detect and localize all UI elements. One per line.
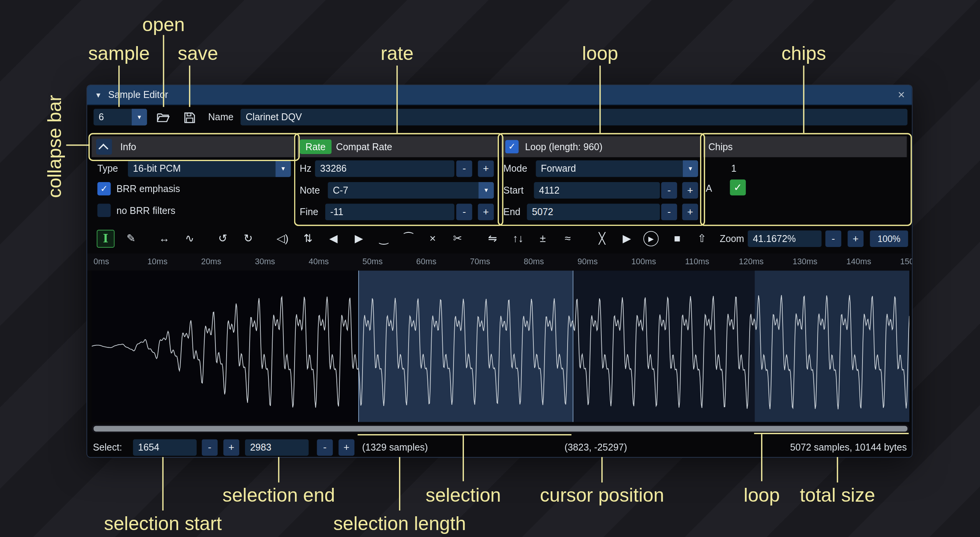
chip-enable-checkbox[interactable]: ✓ [730,179,746,195]
preview-sample-button[interactable]: ▶ [618,230,636,247]
annotation-line-loop [599,66,601,133]
selection-length-text: (1329 samples) [362,439,428,456]
resample-button[interactable]: ∿ [181,230,199,247]
reverse-icon: ⇋ [488,232,497,244]
annotation-line-cursor-position [601,457,603,482]
annotation-loop: loop [582,43,618,64]
timeline-ruler: 0ms10ms20ms30ms40ms50ms60ms70ms80ms90ms1… [87,254,912,271]
selection-end-minus-button[interactable]: - [317,439,333,456]
waveform-display[interactable] [92,270,909,422]
loop-start-label: Start [503,182,524,199]
edit-mode-select-icon: I [103,232,108,245]
loop-end-minus-button[interactable]: - [661,204,677,220]
preview-loop-icon: ▶ [648,235,654,242]
trim-button[interactable]: ✂ [449,230,466,247]
annotation-open: open [142,14,185,35]
annotation-sample: sample [88,43,150,64]
loop-enable-checkbox[interactable]: ✓ [505,140,519,154]
note-label: Note [300,182,320,199]
resize-button[interactable]: ↔ [155,230,173,247]
zoom-input[interactable]: 41.1672% [748,230,821,247]
redo-button[interactable]: ↻ [239,230,257,247]
annotation-line-selection [463,435,464,481]
ruler-label: 120ms [739,257,764,266]
chips-header: Chips [703,136,907,157]
hz-minus-button[interactable]: - [456,161,472,177]
annotation-line-selection-start [162,457,164,510]
selection-start-input[interactable]: 1654 [133,439,197,456]
save-floppy-icon [184,112,195,123]
selection-end-input[interactable]: 2983 [245,439,309,456]
fade-out-icon: ▶ [355,232,363,244]
type-selector[interactable]: 16-bit PCM ▼ [128,161,291,177]
normalize-icon: ⇅ [303,232,313,244]
crossfade-loop-button[interactable]: ╳ [593,230,611,247]
apply-silence-button[interactable]: ⁀ [400,230,417,247]
apply-filter-button[interactable]: ≈ [559,230,576,247]
selection-start-minus-button[interactable]: - [202,439,217,456]
waveform-scrollbar[interactable] [92,424,909,433]
delete-icon: × [430,232,436,244]
zoom-minus-button[interactable]: - [825,230,841,247]
selection-start-plus-button[interactable]: + [223,439,239,456]
signed-unsigned-button[interactable]: ± [534,230,551,247]
loop-mode-selector[interactable]: Forward ▼ [536,161,698,177]
edit-mode-draw-button[interactable]: ✎ [122,230,140,247]
normalize-button[interactable]: ⇅ [299,230,317,247]
loop-end-input[interactable]: 5072 [527,204,660,220]
chips-header-label: Chips [708,136,733,157]
apply-silence-icon: ⁀ [404,232,413,244]
sample-selector[interactable]: 6 ▼ [94,109,147,125]
chevron-down-icon: ▼ [478,182,494,199]
fine-label: Fine [300,204,318,220]
delete-button[interactable]: × [424,230,442,247]
sample-editor-window: ▼ Sample Editor × 6 ▼ Name Clarinet DQV [86,85,912,457]
hz-plus-button[interactable]: + [478,161,494,177]
annotation-selection-start: selection start [104,513,222,535]
loop-start-plus-button[interactable]: + [682,182,698,199]
amplify-button[interactable]: ◁) [274,230,291,247]
brr-emphasis-label: BRR emphasis [116,181,180,197]
annotation-line-open [163,35,164,107]
no-brr-filters-checkbox[interactable]: ✓ [98,204,111,217]
chevron-down-icon: ▼ [276,161,291,177]
preview-loop-button[interactable]: ▶ [643,231,659,247]
loop-start-minus-button[interactable]: - [661,182,677,199]
open-button[interactable] [153,109,172,126]
fade-out-button[interactable]: ▶ [350,230,368,247]
hz-input[interactable]: 33286 [315,161,454,177]
note-selector[interactable]: C-7 ▼ [328,182,494,199]
selection-end-plus-button[interactable]: + [339,439,354,456]
zoom-plus-button[interactable]: + [848,230,863,247]
stop-preview-button[interactable]: ■ [668,230,686,247]
ruler-label: 0ms [94,257,109,266]
brr-emphasis-checkbox[interactable]: ✓ [98,182,111,196]
loop-start-input[interactable]: 4112 [534,182,660,199]
collapse-bar-button[interactable] [96,139,112,154]
annotation-line-save [189,66,190,107]
import-button[interactable]: ⇧ [693,230,711,247]
annotation-selection-length: selection length [333,513,466,535]
loop-end-plus-button[interactable]: + [682,204,698,220]
fine-input[interactable]: -11 [325,204,454,220]
invert-button[interactable]: ↑↓ [509,230,527,247]
window-titlebar[interactable]: ▼ Sample Editor × [87,85,912,105]
name-input[interactable]: Clarinet DQV [240,109,907,125]
edit-mode-select-button[interactable]: I [97,230,114,247]
scrollbar-thumb[interactable] [94,426,907,432]
zoom-reset-button[interactable]: 100% [870,230,908,247]
chevron-down-icon: ▼ [132,109,147,125]
reverse-button[interactable]: ⇋ [483,230,501,247]
preview-sample-icon: ▶ [622,232,631,244]
fade-in-button[interactable]: ◀ [324,230,342,247]
fine-plus-button[interactable]: + [478,204,494,220]
fine-minus-button[interactable]: - [456,204,472,220]
save-button[interactable] [180,109,199,126]
undo-button[interactable]: ↺ [214,230,232,247]
close-button[interactable]: × [898,85,905,104]
info-header[interactable]: Info [92,136,295,157]
chip-column-label: 1 [731,161,737,177]
window-collapse-icon[interactable]: ▼ [95,85,102,104]
insert-silence-button[interactable]: ‿ [375,230,392,247]
annotation-loop-bracket [754,433,909,434]
